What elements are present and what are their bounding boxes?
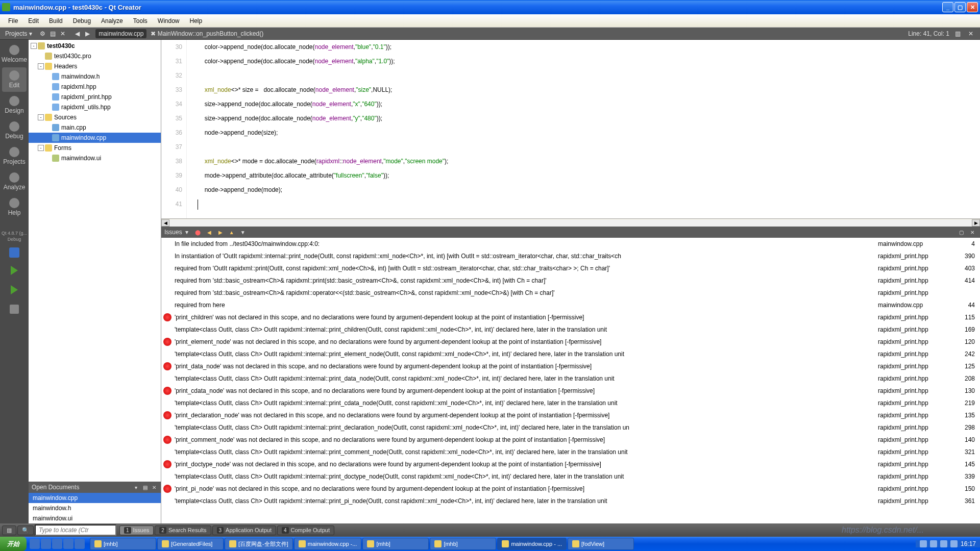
issue-row[interactable]: 'print_comment_node' was not declared in…: [161, 434, 980, 446]
code-editor[interactable]: 303132333435363738394041 color->append_n…: [161, 40, 980, 218]
close-pane-icon[interactable]: ✕: [58, 29, 68, 39]
issue-row[interactable]: required from 'std::basic_ostream<Ch>& r…: [161, 274, 980, 287]
output-tab[interactable]: 4Compile Output: [277, 525, 334, 535]
tray-icon[interactable]: [920, 540, 927, 547]
issue-row[interactable]: 'template<class OutIt, class Ch> OutIt r…: [161, 495, 980, 507]
file-breadcrumb[interactable]: mainwindow.cpp: [95, 29, 146, 38]
taskbar-task[interactable]: [mhb]: [430, 538, 496, 550]
build-button[interactable]: [6, 303, 22, 316]
filter-warning-icon[interactable]: ▲: [227, 228, 236, 236]
issue-row[interactable]: 'template<class OutIt, class Ch> OutIt r…: [161, 397, 980, 409]
issue-row[interactable]: required from 'std::basic_ostream<Ch>& r…: [161, 287, 980, 299]
scroll-left-icon[interactable]: ◀: [161, 219, 169, 227]
symbol-breadcrumb[interactable]: ✖ MainWindow::on_pushButton_clicked(): [146, 30, 267, 37]
taskbar-task[interactable]: [GeneratedFiles]: [157, 538, 224, 550]
issue-row[interactable]: In instantiation of 'OutIt rapidxml::int…: [161, 250, 980, 262]
issue-row[interactable]: 'print_children' was not declared in thi…: [161, 311, 980, 323]
tray-icon[interactable]: [950, 540, 958, 547]
expand-toggle[interactable]: -: [38, 145, 44, 151]
split-icon[interactable]: ▤: [141, 484, 149, 491]
issue-row[interactable]: 'print_doctype_node' was not declared in…: [161, 458, 980, 470]
run-button[interactable]: [6, 264, 22, 277]
open-doc-item[interactable]: mainwindow.cpp: [29, 493, 161, 503]
issue-row[interactable]: 'template<class OutIt, class Ch> OutIt r…: [161, 446, 980, 458]
issue-row[interactable]: 'template<class OutIt, class Ch> OutIt r…: [161, 323, 980, 336]
issue-row[interactable]: 'template<class OutIt, class Ch> OutIt r…: [161, 421, 980, 434]
mode-edit[interactable]: Edit: [2, 67, 27, 92]
menu-analyze[interactable]: Analyze: [96, 16, 128, 26]
debug-run-button[interactable]: [6, 283, 22, 296]
expand-toggle[interactable]: -: [38, 114, 44, 120]
issue-row[interactable]: 'print_cdata_node' was not declared in t…: [161, 385, 980, 397]
open-doc-item[interactable]: mainwindow.h: [29, 503, 161, 513]
issue-row[interactable]: required from 'OutIt rapidxml::print(Out…: [161, 262, 980, 274]
issue-row[interactable]: 'print_pi_node' was not declared in this…: [161, 483, 980, 495]
filter-icon[interactable]: ⚙: [37, 29, 47, 39]
tree-item[interactable]: -Headers: [29, 61, 161, 71]
minimize-button[interactable]: _: [942, 2, 953, 12]
issue-row[interactable]: 'template<class OutIt, class Ch> OutIt r…: [161, 470, 980, 483]
menu-build[interactable]: Build: [44, 16, 68, 26]
chevron-down-icon[interactable]: ▾: [185, 229, 188, 236]
issue-row[interactable]: required from heremainwindow.cpp44: [161, 299, 980, 311]
open-doc-item[interactable]: mainwindow.ui: [29, 513, 161, 523]
issue-row[interactable]: 'template<class OutIt, class Ch> OutIt r…: [161, 372, 980, 385]
close-editor-icon[interactable]: ✕: [966, 29, 976, 39]
split-icon[interactable]: ▤: [47, 29, 58, 39]
tree-item[interactable]: -Forms: [29, 143, 161, 153]
taskbar-task[interactable]: [百度网盘-全部文件]: [225, 538, 293, 550]
tray-icon[interactable]: [940, 540, 947, 547]
code-lines[interactable]: color->append_node(doc.allocate_node(nod…: [187, 40, 980, 218]
locator-input[interactable]: [35, 524, 116, 536]
issues-list[interactable]: In file included from ../test0430c/mainw…: [161, 238, 980, 523]
close-button[interactable]: ✕: [967, 2, 978, 12]
mode-debug[interactable]: Debug: [2, 118, 27, 143]
tree-item[interactable]: rapidxml.hpp: [29, 82, 161, 92]
quick-launch-icon[interactable]: [41, 539, 51, 549]
tree-item[interactable]: -Sources: [29, 112, 161, 122]
start-button[interactable]: 开始: [0, 537, 27, 551]
quick-launch-icon[interactable]: [75, 539, 85, 549]
taskbar-task[interactable]: mainwindow.cpp -...: [294, 538, 362, 550]
maximize-button[interactable]: ▢: [954, 2, 966, 12]
taskbar-task[interactable]: [mhb]: [90, 538, 156, 550]
expand-toggle[interactable]: -: [38, 63, 44, 69]
clock[interactable]: 16:17: [961, 540, 976, 547]
menu-tools[interactable]: Tools: [128, 16, 153, 26]
tree-item[interactable]: rapidxml_utils.hpp: [29, 102, 161, 112]
tree-item[interactable]: -test0430c: [29, 41, 161, 51]
taskbar-task[interactable]: mainwindow.cpp - ...: [497, 538, 567, 550]
target-selector[interactable]: [9, 247, 19, 258]
tree-item[interactable]: mainwindow.ui: [29, 153, 161, 163]
split-editor-icon[interactable]: ▥: [952, 29, 963, 39]
nav-back-icon[interactable]: ◀: [72, 29, 82, 39]
project-tree[interactable]: -test0430ctest0430c.pro-Headersmainwindo…: [29, 40, 161, 482]
issue-row[interactable]: 'print_declaration_node' was not declare…: [161, 409, 980, 421]
project-selector[interactable]: Projects ▾: [0, 29, 37, 38]
issue-row[interactable]: 'print_data_node' was not declared in th…: [161, 360, 980, 372]
output-tab[interactable]: 1Issues: [119, 525, 154, 535]
close-pane-icon[interactable]: ✕: [968, 228, 977, 236]
tree-item[interactable]: test0430c.pro: [29, 51, 161, 61]
maximize-pane-icon[interactable]: ▢: [957, 228, 966, 236]
issue-row[interactable]: 'template<class OutIt, class Ch> OutIt r…: [161, 348, 980, 360]
tree-item[interactable]: mainwindow.h: [29, 71, 161, 82]
filter-icon[interactable]: ▼: [238, 228, 248, 236]
kit-selector[interactable]: Qt 4.8.7 (g...Debug: [2, 231, 27, 242]
horizontal-scrollbar[interactable]: ◀ ▶: [161, 218, 980, 227]
open-documents-list[interactable]: mainwindow.cppmainwindow.hmainwindow.ui: [29, 493, 161, 523]
output-tab[interactable]: 2Search Results: [155, 525, 211, 535]
quick-launch-icon[interactable]: [63, 539, 74, 549]
menu-window[interactable]: Window: [153, 16, 185, 26]
quick-launch-icon[interactable]: [52, 539, 62, 549]
menu-debug[interactable]: Debug: [68, 16, 96, 26]
close-icon[interactable]: ✕: [151, 484, 158, 491]
nav-fwd-icon[interactable]: ▶: [82, 29, 92, 39]
tree-item[interactable]: mainwindow.cpp: [29, 133, 161, 143]
taskbar-task[interactable]: [fodView]: [568, 538, 634, 550]
expand-toggle[interactable]: -: [31, 43, 37, 49]
scroll-track[interactable]: [169, 219, 972, 227]
mode-projects[interactable]: Projects: [2, 144, 27, 168]
tray-icon[interactable]: [930, 540, 937, 547]
quick-launch-icon[interactable]: [30, 539, 40, 549]
